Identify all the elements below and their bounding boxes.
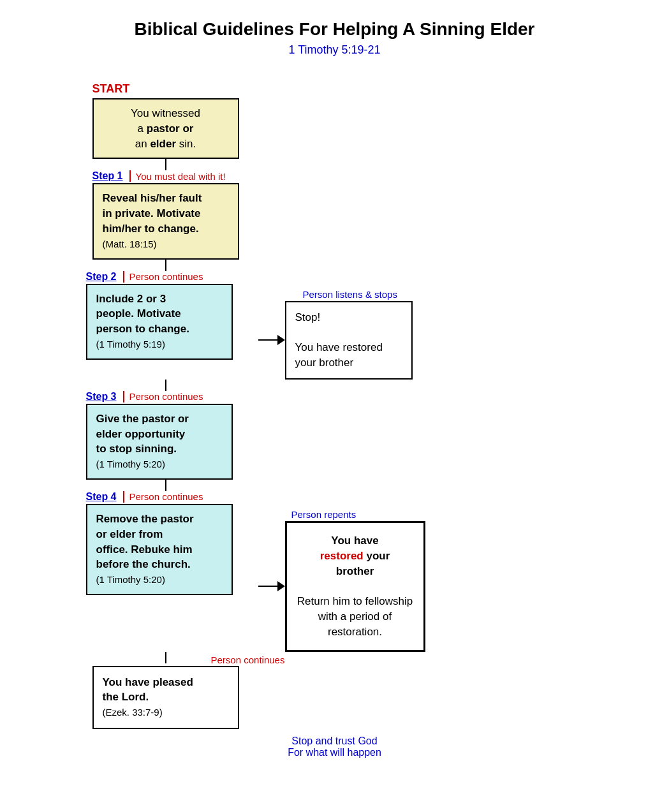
subtitle: 1 Timothy 5:19-21	[38, 43, 631, 57]
step3-box: Give the pastor orelder opportunityto st…	[86, 404, 233, 480]
step3-label: Step 3	[86, 391, 117, 402]
person-repents-label: Person repents	[291, 509, 357, 520]
step2-note: Person continues	[129, 271, 203, 282]
flowchart: START You witnesseda pastor oran elder s…	[86, 82, 584, 758]
start-box: You witnesseda pastor oran elder sin.	[92, 98, 239, 159]
step2-label: Step 2	[86, 271, 117, 283]
step3-note: Person continues	[129, 391, 203, 402]
step3-label-area: Step 3 Person continues	[86, 391, 252, 402]
step4-note: Person continues	[129, 491, 203, 502]
footer: Stop and trust God For what will happen	[86, 735, 584, 758]
step4-label-area: Step 4 Person continues	[86, 491, 252, 503]
step2-box: Include 2 or 3people. Motivateperson to …	[86, 284, 233, 360]
step1-label-area: Step 1 You must deal with it!	[92, 170, 584, 182]
right-box2: You haverestored yourbrother Return him …	[285, 521, 425, 652]
step1-box: Reveal his/her faultin private. Motivate…	[92, 183, 239, 259]
final-person-continues: Person continues	[211, 654, 285, 665]
page-title: Biblical Guidelines For Helping A Sinnin…	[38, 19, 631, 40]
step1-label: Step 1	[92, 170, 123, 182]
step4-box: Remove the pastoror elder fromoffice. Re…	[86, 504, 233, 595]
person-listens-label: Person listens & stops	[303, 289, 397, 300]
step1-note: You must deal with it!	[136, 171, 226, 182]
final-box: You have pleasedthe Lord.(Ezek. 33:7-9)	[92, 666, 239, 729]
right-box1: Stop! You have restored your brother	[285, 301, 413, 380]
step2-label-area: Step 2 Person continues	[86, 271, 252, 283]
start-label: START	[92, 82, 584, 96]
step4-label: Step 4	[86, 491, 117, 503]
